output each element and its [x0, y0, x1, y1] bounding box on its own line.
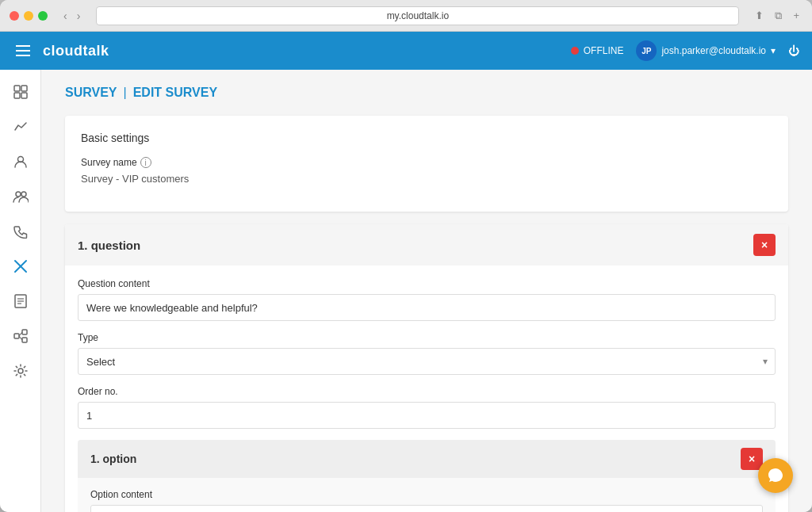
sidebar-item-reports[interactable]	[5, 285, 36, 317]
offline-label: OFFLINE	[584, 45, 624, 56]
offline-badge: OFFLINE	[571, 45, 624, 56]
maximize-button[interactable]	[38, 11, 48, 21]
breadcrumb: SURVEY | EDIT SURVEY	[65, 86, 788, 100]
hamburger-line	[16, 55, 30, 56]
option-content-field: Option content	[90, 489, 763, 512]
type-select[interactable]: Select	[78, 348, 776, 375]
question-block: 1. question × Question content Type	[65, 224, 788, 512]
basic-settings-card: Basic settings Survey name i Survey - VI…	[65, 116, 788, 212]
chat-bubble[interactable]	[758, 458, 793, 493]
option-block: 1. option × Option content Order no.	[78, 440, 776, 512]
power-button[interactable]: ⏻	[788, 44, 799, 57]
question-title: 1. question	[78, 239, 140, 252]
order-input[interactable]	[78, 402, 776, 429]
option-title: 1. option	[90, 453, 136, 465]
hamburger-line	[16, 45, 30, 47]
svg-rect-2	[14, 93, 20, 98]
user-email: josh.parker@cloudtalk.io	[661, 45, 766, 56]
survey-name-field: Survey name i Survey - VIP customers	[81, 157, 772, 185]
breadcrumb-edit: EDIT SURVEY	[133, 86, 217, 100]
share-button[interactable]: ⬆	[752, 8, 767, 24]
app-container: cloudtalk OFFLINE JP josh.parker@cloudta…	[0, 32, 812, 512]
question-content-label: Question content	[78, 278, 776, 289]
traffic-lights	[10, 11, 48, 21]
back-button[interactable]: ‹	[60, 8, 71, 24]
sidebar-item-survey[interactable]	[5, 250, 36, 282]
browser-chrome: ‹ › my.cloudtalk.io ⬆ ⧉ +	[0, 0, 812, 32]
sidebar-item-settings[interactable]	[5, 355, 36, 387]
user-info[interactable]: JP josh.parker@cloudtalk.io ▾	[636, 40, 776, 61]
svg-point-18	[18, 369, 23, 373]
content-area: SURVEY | EDIT SURVEY Basic settings Surv…	[41, 70, 812, 512]
option-content-label: Option content	[90, 489, 763, 500]
survey-name-label: Survey name i	[81, 157, 772, 168]
question-content-input[interactable]	[78, 294, 776, 321]
hamburger-line	[16, 50, 30, 52]
browser-actions: ⬆ ⧉ +	[752, 8, 802, 24]
sidebar-item-integrations[interactable]	[5, 320, 36, 352]
svg-rect-15	[22, 338, 27, 342]
dashboard-icon	[13, 84, 29, 100]
svg-rect-0	[14, 86, 20, 91]
new-tab-button[interactable]: +	[790, 8, 802, 24]
question-content-field: Question content	[78, 278, 776, 321]
nav-arrows: ‹ ›	[60, 8, 83, 24]
svg-point-5	[16, 192, 21, 197]
sidebar-item-teams[interactable]	[5, 181, 36, 212]
settings-icon	[13, 363, 29, 379]
integrations-icon	[13, 328, 29, 344]
type-select-wrapper: Select ▾	[78, 348, 776, 375]
nav-right: OFFLINE JP josh.parker@cloudtalk.io ▾ ⏻	[571, 40, 799, 61]
url-text: my.cloudtalk.io	[387, 10, 449, 21]
delete-question-button[interactable]: ×	[753, 234, 776, 256]
top-nav: cloudtalk OFFLINE JP josh.parker@cloudta…	[0, 32, 812, 70]
minimize-button[interactable]	[24, 11, 33, 21]
question-body: Question content Type Select ▾	[65, 266, 788, 512]
svg-rect-14	[22, 330, 27, 334]
svg-rect-1	[21, 86, 27, 91]
sidebar-item-calls[interactable]	[5, 216, 36, 247]
contacts-icon	[13, 154, 29, 170]
offline-dot	[571, 47, 579, 55]
svg-rect-13	[14, 334, 19, 338]
sidebar	[0, 70, 41, 512]
svg-point-6	[21, 192, 26, 197]
type-label: Type	[78, 332, 776, 343]
report-icon	[13, 293, 29, 309]
sidebar-item-dashboard[interactable]	[5, 76, 36, 108]
option-header: 1. option ×	[78, 440, 776, 478]
analytics-icon	[13, 119, 29, 135]
info-icon[interactable]: i	[140, 157, 151, 168]
close-button[interactable]	[10, 11, 19, 21]
order-field: Order no.	[78, 386, 776, 429]
chat-icon	[767, 467, 784, 484]
teams-icon	[13, 189, 29, 204]
section-title: Basic settings	[81, 132, 772, 144]
tab-button[interactable]: ⧉	[772, 8, 785, 24]
address-bar[interactable]: my.cloudtalk.io	[96, 6, 739, 25]
svg-rect-3	[21, 93, 27, 98]
chevron-down-icon: ▾	[771, 45, 776, 56]
sidebar-item-analytics[interactable]	[5, 111, 36, 143]
forward-button[interactable]: ›	[74, 8, 84, 24]
type-field: Type Select ▾	[78, 332, 776, 375]
order-label: Order no.	[78, 386, 776, 397]
option-content-input[interactable]	[90, 505, 763, 512]
brand-name: cloudtalk	[43, 43, 109, 59]
option-body: Option content Order no.	[78, 478, 776, 512]
sidebar-item-contacts[interactable]	[5, 146, 36, 178]
survey-name-value: Survey - VIP customers	[81, 173, 772, 185]
avatar: JP	[636, 40, 657, 61]
question-header: 1. question ×	[65, 224, 788, 266]
breadcrumb-survey[interactable]: SURVEY	[65, 86, 117, 100]
breadcrumb-divider: |	[124, 86, 127, 100]
main-layout: SURVEY | EDIT SURVEY Basic settings Surv…	[0, 70, 812, 512]
phone-icon	[13, 224, 29, 239]
x-icon	[13, 258, 29, 274]
hamburger-button[interactable]	[13, 42, 33, 59]
